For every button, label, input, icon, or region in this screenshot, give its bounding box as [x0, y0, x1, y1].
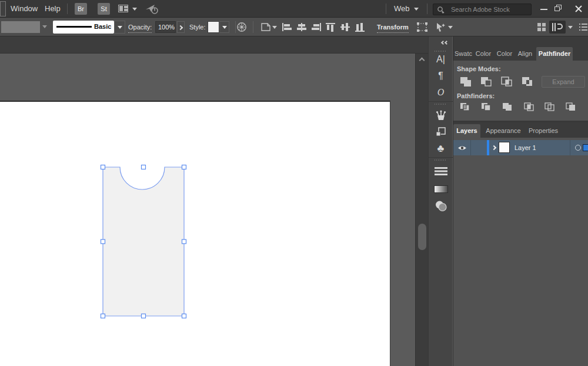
close-button[interactable] [572, 3, 586, 15]
brushes-panel-icon[interactable] [429, 108, 453, 123]
notched-rectangle-path[interactable] [103, 167, 184, 316]
layer-thumbnail[interactable] [499, 142, 510, 153]
style-label: Style: [189, 22, 206, 32]
stroke-style-dropdown-button[interactable] [114, 21, 125, 34]
arrange-documents-icon[interactable] [118, 5, 128, 12]
transparency-panel-icon[interactable] [429, 198, 453, 213]
shape-modes-label: Shape Modes: [457, 65, 501, 72]
pathfinder-trim-button[interactable] [480, 102, 495, 115]
scrollbar-thumb[interactable] [418, 224, 426, 250]
opacity-value-field[interactable]: 100% [155, 21, 176, 33]
layer-expand-chevron-icon[interactable] [492, 145, 496, 150]
layer-row-divider [570, 140, 570, 155]
pathfinder-minus-back-button[interactable] [565, 102, 579, 115]
workspace-layout-toggle[interactable] [549, 21, 566, 34]
opacity-label[interactable]: Opacity: [128, 22, 152, 33]
canvas-pasteboard[interactable] [0, 54, 415, 366]
minimize-button[interactable] [537, 3, 551, 15]
search-input[interactable] [451, 4, 529, 15]
title-bar: Window Help Br St Web [0, 0, 588, 18]
tab-swatches[interactable]: Swatc [455, 47, 472, 61]
tab-pathfinder[interactable]: Pathfinder [536, 47, 573, 61]
select-similar-icon[interactable] [435, 22, 446, 32]
menu-help[interactable]: Help [45, 0, 61, 18]
layer-selection-accent [487, 140, 489, 155]
dock-divider [429, 101, 453, 102]
shape-mode-minus-front-button[interactable] [480, 76, 494, 89]
tab-properties[interactable]: Properties [526, 124, 560, 138]
workspace-chevron-icon[interactable] [414, 8, 419, 11]
bridge-button[interactable]: Br [75, 3, 87, 15]
symbols-panel-icon[interactable]: ♣ [429, 141, 453, 156]
select-similar-chevron-icon[interactable] [448, 26, 453, 29]
collapsed-panel-dock: A| ¶ O ♣ [428, 36, 452, 366]
bounding-box-icon[interactable] [416, 22, 428, 32]
stroke-panel-icon[interactable] [429, 164, 453, 179]
graphic-style-swatch[interactable] [208, 21, 219, 33]
layer-selection-color-chip[interactable] [583, 144, 588, 151]
controlbar-separator [253, 21, 253, 33]
document-setup-icon[interactable] [260, 22, 272, 32]
pathfinder-divide-button[interactable] [459, 102, 473, 115]
stroke-style-combobox[interactable]: Basic [53, 21, 114, 34]
character-panel-icon[interactable]: A| [429, 52, 453, 67]
titlebar-separator [67, 4, 68, 14]
panel-menu-icon[interactable] [579, 22, 588, 32]
layer-visibility-eye-icon[interactable] [457, 145, 467, 151]
layer-row[interactable]: Layer 1 [453, 140, 588, 155]
paragraph-panel-icon[interactable]: ¶ [429, 68, 453, 84]
shape-mode-unite-button[interactable] [459, 76, 473, 89]
graphic-styles-panel-icon[interactable] [429, 124, 453, 139]
gradient-panel-icon[interactable] [429, 181, 453, 197]
expand-button[interactable]: Expand [542, 76, 585, 88]
shape-mode-exclude-button[interactable] [521, 76, 535, 89]
titlebar-separator [386, 4, 386, 14]
align-horizontal-left-icon[interactable] [282, 22, 292, 32]
workspace-layout-chevron-icon[interactable] [568, 26, 573, 29]
opentype-panel-icon[interactable]: O [429, 85, 453, 100]
recolor-artwork-icon[interactable] [236, 22, 247, 32]
tab-align[interactable]: Align [516, 47, 534, 61]
document-tab-strip [0, 36, 428, 54]
pathfinder-panel: Shape Modes: [453, 61, 588, 121]
stock-button[interactable]: St [98, 3, 110, 15]
pathfinder-crop-button[interactable] [523, 102, 537, 115]
align-vertical-bottom-icon[interactable] [355, 22, 365, 32]
graphic-style-dropdown-button[interactable] [219, 21, 229, 33]
shape-mode-intersect-button[interactable] [500, 76, 514, 89]
fill-swatch-chevron-icon[interactable] [42, 25, 47, 28]
dock-divider [429, 157, 453, 158]
fill-swatch[interactable] [1, 21, 40, 33]
tab-color[interactable]: Color [473, 47, 493, 61]
menu-window[interactable]: Window [11, 0, 38, 18]
layer-name[interactable]: Layer 1 [514, 140, 536, 155]
stroke-preview-line [56, 26, 92, 28]
pathfinder-outline-button[interactable] [544, 102, 558, 115]
align-vertical-top-icon[interactable] [325, 22, 336, 32]
arrange-panel-icon[interactable] [537, 22, 547, 32]
transform-label[interactable]: Transform [377, 22, 409, 33]
share-screen-icon[interactable] [145, 3, 159, 15]
dock-grip[interactable] [435, 104, 447, 105]
align-horizontal-center-icon[interactable] [296, 22, 307, 32]
tab-color-guide[interactable]: Color [495, 47, 514, 61]
controlbar-separator [235, 21, 236, 33]
tab-layers[interactable]: Layers [453, 124, 480, 138]
search-icon [437, 6, 445, 14]
document-setup-chevron-icon[interactable] [272, 26, 277, 29]
layer-row-divider [470, 140, 471, 155]
workspace-switcher[interactable]: Web [394, 0, 410, 18]
arrange-documents-chevron-icon[interactable] [132, 8, 137, 11]
opacity-stepper-button[interactable] [177, 21, 185, 33]
selected-shape[interactable] [0, 54, 415, 366]
scroll-up-arrow-icon[interactable] [419, 58, 425, 64]
align-vertical-center-icon[interactable] [340, 22, 350, 32]
align-horizontal-right-icon[interactable] [311, 22, 322, 32]
pathfinder-merge-button[interactable] [502, 102, 516, 115]
dock-grip[interactable] [435, 159, 447, 161]
tab-appearance[interactable]: Appearance [484, 124, 523, 138]
layer-target-circle[interactable] [575, 145, 581, 151]
vertical-scrollbar[interactable] [415, 54, 428, 366]
restore-button[interactable] [552, 3, 566, 15]
adobe-stock-search[interactable] [433, 4, 532, 15]
